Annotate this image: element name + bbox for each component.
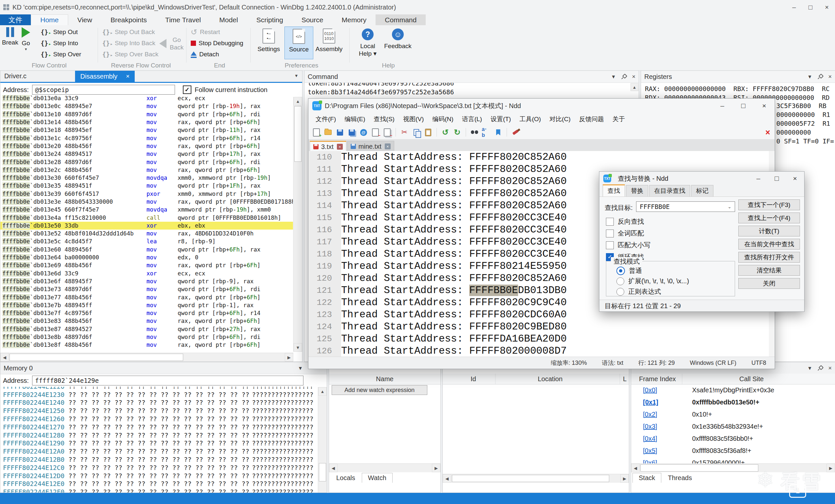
close-find-results-icon[interactable]: ×: [765, 128, 770, 137]
menu-item[interactable]: 设置(T): [487, 114, 515, 125]
save-all-icon[interactable]: [347, 128, 356, 137]
disasm-row[interactable]: ffffbb0e`db013e2448894517movqword ptr [r…: [0, 150, 293, 158]
find-dialog-button[interactable]: 清空结果: [738, 265, 800, 276]
notepad-title-bar[interactable]: TXT D:\Program Files (x86)\Notepad--\Wor…: [308, 99, 775, 113]
frame-index-link[interactable]: [0x0]: [643, 386, 657, 394]
ribbon-tab-memory[interactable]: Memory: [332, 15, 375, 25]
break-button[interactable]: Break: [2, 27, 18, 46]
find-dialog-button[interactable]: 查找所有打开文件: [738, 252, 800, 262]
ribbon-tab-source[interactable]: Source: [292, 15, 333, 25]
source-button[interactable]: </> Source: [284, 26, 313, 59]
tab-file[interactable]: 文件: [0, 15, 31, 25]
disasm-row[interactable]: ffffbb0e`db013e45660f7f45e7movdqaxmmword…: [0, 206, 293, 213]
memory-row[interactable]: FFFFF802244E12A0?? ?? ?? ?? ?? ?? ?? ?? …: [0, 447, 318, 456]
detach-button[interactable]: Detach: [191, 49, 219, 59]
disasm-row[interactable]: ffffbb0e`db013e69488b456fmovrax, qword p…: [0, 261, 293, 269]
memory-row[interactable]: FFFFF802244E1290?? ?? ?? ?? ?? ?? ?? ?? …: [0, 440, 318, 448]
step-out-back-button[interactable]: {}Step Out Back: [102, 27, 155, 37]
radio-正则表达式[interactable]: 正则表达式: [616, 287, 661, 296]
disasm-row[interactable]: ffffbb0e`db013e64ba00000000movedx, 0: [0, 253, 293, 261]
close-icon[interactable]: ×: [337, 144, 343, 150]
new-file-icon[interactable]: +: [312, 128, 321, 137]
tab-driver-c[interactable]: Driver.c: [4, 72, 26, 80]
disasm-row[interactable]: ffffbb0e`db013e30660f6f45e7movdqaxmm0, x…: [0, 174, 293, 182]
ribbon-tab-scripting[interactable]: Scripting: [247, 15, 292, 25]
disasm-row[interactable]: ffffbb0e`db013e77488b456fmovrax, qword p…: [0, 293, 293, 301]
disasm-row[interactable]: ffffbb0e`db013e8748894527movqword ptr [r…: [0, 325, 293, 333]
open-file-icon[interactable]: [323, 128, 333, 137]
stack-frame-row[interactable]: [0x2]0x10!+: [631, 408, 835, 420]
disasm-row[interactable]: ffffbb0e`db013e0a33c9xorecx, ecx: [0, 94, 293, 102]
menu-item[interactable]: 对比(C): [546, 114, 574, 125]
find-dialog-button[interactable]: 计数(T): [738, 226, 800, 236]
disasm-row[interactable]: ffffbb0e`db013e18488945efmovqword ptr [r…: [0, 126, 293, 134]
maximize-button[interactable]: □: [768, 172, 786, 185]
memory-hex-dump[interactable]: FFFFF802244E1220?? ?? ?? ?? ?? ?? ?? ?? …: [0, 387, 318, 492]
close-icon[interactable]: ×: [828, 365, 832, 372]
disassembly-vscrollbar[interactable]: ▲ ▼: [293, 97, 302, 352]
minimize-button[interactable]: –: [712, 99, 733, 113]
ribbon-tab-view[interactable]: View: [68, 15, 101, 25]
disasm-row[interactable]: ffffbb0e`db013e7348897d6fmovqword ptr [r…: [0, 285, 293, 293]
find-dialog-button[interactable]: 在当前文件中查找: [738, 239, 800, 250]
stack-frame-row[interactable]: [0x5]0xffff8083c5f36af8!+: [631, 445, 835, 457]
memory-row[interactable]: FFFFF802244E12F0?? ?? ?? ?? ?? ?? ?? ?? …: [0, 488, 318, 492]
chevron-down-icon[interactable]: ▾: [808, 73, 811, 80]
find-target-combobox[interactable]: FFFFBB0E ⌄: [636, 202, 735, 212]
close-doc-icon[interactable]: −: [371, 128, 380, 137]
pin-icon[interactable]: [817, 365, 822, 371]
paste-icon[interactable]: [423, 128, 432, 137]
tab-locals[interactable]: Locals: [330, 473, 361, 483]
doc-tab-mine.txt[interactable]: mine.txt×: [347, 141, 394, 152]
disassembly-hscrollbar[interactable]: ◀ ▶: [0, 353, 293, 361]
memory-row[interactable]: FFFFF802244E1240?? ?? ?? ?? ?? ?? ?? ?? …: [0, 399, 318, 407]
settings-button[interactable]: •–•– Settings: [254, 26, 283, 59]
copy-icon[interactable]: [412, 128, 421, 137]
stack-frame-row[interactable]: [0x1]0xffffbb0edb013e50!+: [631, 396, 835, 408]
disasm-row[interactable]: ffffbb0e`db013e1048897d6fmovqword ptr [r…: [0, 110, 293, 118]
memory-row[interactable]: FFFFF802244E1270?? ?? ?? ?? ?? ?? ?? ?? …: [0, 423, 318, 431]
stack-frame-row[interactable]: [0x4]0xffff8083c5f36bb0!+: [631, 433, 835, 445]
disasm-row[interactable]: ffffbb0e`db013e6f488945f7movqword ptr [r…: [0, 277, 293, 285]
disasm-row[interactable]: ffffbb0e`db013e2c488b456fmovrax, qword p…: [0, 166, 293, 174]
radio-扩展(\n, \r, \t, \0, \x...)[interactable]: 扩展(\n, \r, \t, \0, \x...): [616, 277, 689, 286]
disassembly-address-input[interactable]: @$scopeip: [32, 85, 175, 94]
disasm-row[interactable]: ffffbb0e`db013e14488b456fmovrax, qword p…: [0, 118, 293, 126]
chevron-down-icon[interactable]: ▾: [299, 364, 302, 372]
go-button[interactable]: Go ▾: [22, 27, 30, 51]
pane-menu-chevron-icon[interactable]: ▾: [295, 73, 298, 79]
editor-line[interactable]: 126Thread StartAddress: FFFFF802000008D7: [308, 345, 775, 357]
tab-disassembly[interactable]: Disassembly×: [75, 71, 135, 82]
replace-icon[interactable]: a᭼b: [482, 128, 491, 137]
memory-row[interactable]: FFFFF802244E12C0?? ?? ?? ?? ?? ?? ?? ?? …: [0, 464, 318, 472]
disasm-row[interactable]: ffffbb0e`db013e83488b456fmovrax, qword p…: [0, 317, 293, 325]
disasm-row[interactable]: ffffbb0e`db013e6d33c9xorecx, ecx: [0, 270, 293, 277]
checkbox-反向查找[interactable]: 反向查找: [606, 217, 644, 226]
threads-column-header[interactable]: Id Location L: [443, 374, 629, 384]
memory-vscrollbar[interactable]: ▲: [318, 387, 327, 492]
disasm-row[interactable]: ffffbb0e`db013e8b48897d6fmovqword ptr [r…: [0, 333, 293, 341]
memory-row[interactable]: FFFFF802244E12B0?? ?? ?? ?? ?? ?? ?? ?? …: [0, 456, 318, 464]
checkbox-匹配大小写[interactable]: 匹配大小写: [606, 241, 651, 250]
ribbon-tab-time-travel[interactable]: Time Travel: [156, 15, 210, 25]
disasm-row[interactable]: ffffbb0e`db013e0c488945e7movqword ptr [r…: [0, 102, 293, 110]
undo-icon[interactable]: ↺: [441, 128, 450, 137]
frame-index-link[interactable]: [0x1]: [643, 399, 658, 406]
menu-item[interactable]: 工具(O): [515, 114, 545, 125]
stop-debugging-button[interactable]: Stop Debugging: [191, 38, 243, 48]
minimize-button[interactable]: –: [749, 172, 768, 185]
editor-line[interactable]: 110Thread StartAddress: FFFFF8020C852A60: [308, 151, 775, 163]
step-into-button[interactable]: {}Step Into: [41, 38, 78, 48]
radio-普通[interactable]: 普通: [616, 266, 642, 275]
step-over-button[interactable]: {}Step Over: [41, 49, 81, 59]
chevron-down-icon[interactable]: ▾: [612, 73, 615, 80]
find-dialog-tab[interactable]: 查找: [603, 184, 625, 196]
disasm-row[interactable]: ffffbb0e`db013e5c4c8d45f7lear8, [rbp-9]: [0, 237, 293, 245]
find-dialog-button[interactable]: 查找下一个(F3): [738, 200, 800, 210]
close-icon[interactable]: ×: [126, 73, 129, 80]
menu-item[interactable]: 关于: [609, 114, 629, 125]
ribbon-tab-breakpoints[interactable]: Breakpoints: [101, 15, 156, 25]
disasm-row[interactable]: ffffbb0e`db013e7b488945ffmovqword ptr [r…: [0, 301, 293, 309]
step-over-back-button[interactable]: {}Step Over Back: [102, 49, 158, 59]
memory-row[interactable]: FFFFF802244E1250?? ?? ?? ?? ?? ?? ?? ?? …: [0, 407, 318, 415]
